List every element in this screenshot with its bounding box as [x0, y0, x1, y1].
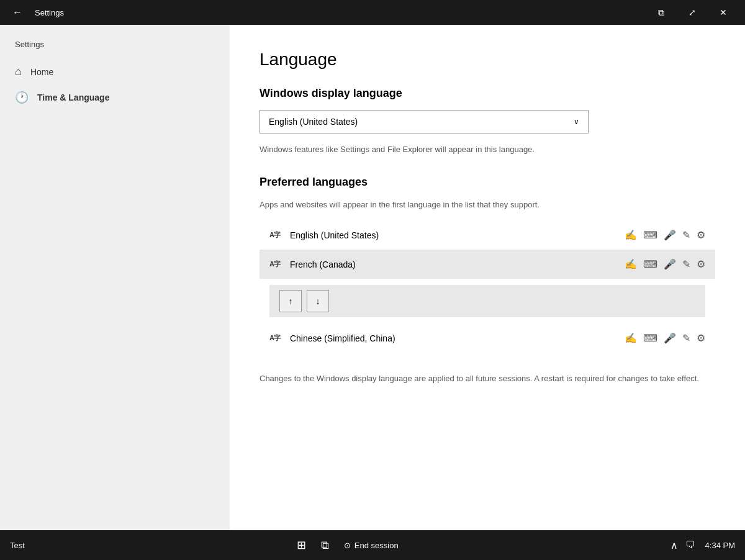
keyboard-icon-zh: ⌨ [643, 332, 657, 344]
keyboard-icon-fr: ⌨ [643, 258, 657, 270]
lang-name-english: English (United States) [290, 230, 379, 240]
lang-badges-chinese: ✍ ⌨ 🎤 ✎ ⚙ [625, 332, 705, 344]
speech-icon: 🎤 [664, 229, 676, 241]
chevron-down-icon: ∨ [574, 117, 579, 126]
content-area: Language Windows display language Englis… [230, 25, 745, 530]
language-item-french[interactable]: A字 French (Canada) ✍ ⌨ 🎤 ✎ ⚙ [260, 250, 715, 279]
page-title: Language [260, 50, 715, 70]
notification-icon[interactable]: 🗨 [685, 540, 695, 551]
handwriting-icon-fr: ✍ [625, 258, 637, 270]
lang-icon-french: A字 [269, 261, 280, 268]
taskbar: Test ⊞ ⧉ ⊙ End session ∧ 🗨 4:34 PM [0, 530, 745, 560]
lang-item-left-french: A字 French (Canada) [269, 260, 356, 269]
clock-icon: 🕐 [15, 91, 29, 104]
text-icon-zh: ✎ [682, 332, 690, 344]
language-item-english[interactable]: A字 English (United States) ✍ ⌨ 🎤 ✎ ⚙ [260, 220, 715, 250]
speech-icon-zh: 🎤 [664, 332, 676, 344]
display-language-value: English (United States) [269, 117, 358, 127]
sidebar-header: Settings [0, 35, 230, 59]
taskbar-app-label: Test [10, 541, 25, 550]
lang-name-french: French (Canada) [290, 260, 356, 269]
language-item-chinese[interactable]: A字 Chinese (Simplified, China) ✍ ⌨ 🎤 ✎ ⚙ [260, 323, 715, 353]
sidebar-item-time-language-label: Time & Language [37, 93, 109, 102]
titlebar-title: Settings [35, 8, 64, 17]
lang-icon-english: A字 [269, 232, 280, 238]
lang-badges-french: ✍ ⌨ 🎤 ✎ ⚙ [625, 258, 705, 270]
settings-icon: ⚙ [697, 229, 705, 241]
task-view-icon[interactable]: ⧉ [321, 539, 329, 552]
maximize-button[interactable]: ⤢ [678, 0, 707, 25]
display-language-dropdown-wrapper: English (United States) ∨ [260, 110, 715, 133]
lang-icon-chinese: A字 [269, 335, 280, 341]
app-body: Settings ⌂ Home 🕐 Time & Language Langua… [0, 25, 745, 530]
speech-icon-fr: 🎤 [664, 258, 676, 270]
home-icon: ⌂ [15, 65, 22, 78]
display-language-section-title: Windows display language [260, 87, 715, 100]
sidebar: Settings ⌂ Home 🕐 Time & Language [0, 25, 230, 530]
taskbar-right: ∧ 🗨 4:34 PM [670, 540, 735, 551]
back-button[interactable]: ← [7, 2, 27, 22]
titlebar: ← Settings ⧉ ⤢ ✕ [0, 0, 745, 25]
taskbar-system-icons: ∧ 🗨 [670, 540, 695, 551]
text-icon-fr: ✎ [682, 258, 690, 270]
lang-badges-english: ✍ ⌨ 🎤 ✎ ⚙ [625, 229, 705, 241]
sidebar-item-home-label: Home [30, 67, 53, 77]
snap-button[interactable]: ⧉ [647, 0, 675, 25]
sidebar-item-time-language[interactable]: 🕐 Time & Language [0, 84, 230, 111]
display-language-description: Windows features like Settings and File … [260, 143, 715, 156]
move-up-button[interactable]: ↑ [279, 290, 302, 312]
lang-item-left-chinese: A字 Chinese (Simplified, China) [269, 333, 395, 343]
chevron-up-icon[interactable]: ∧ [670, 540, 678, 551]
footer-text: Changes to the Windows display language … [260, 373, 715, 385]
handwriting-icon-zh: ✍ [625, 332, 637, 344]
lang-name-chinese: Chinese (Simplified, China) [290, 333, 395, 343]
taskbar-time: 4:34 PM [705, 541, 735, 550]
sidebar-item-home[interactable]: ⌂ Home [0, 59, 230, 84]
settings-icon-zh: ⚙ [697, 332, 705, 344]
lang-item-left-english: A字 English (United States) [269, 230, 379, 240]
titlebar-left: ← Settings [7, 2, 64, 22]
taskbar-center: ⊞ ⧉ ⊙ End session [297, 538, 399, 552]
preferred-languages-section-title: Preferred languages [260, 176, 715, 189]
text-icon: ✎ [682, 229, 690, 241]
close-button[interactable]: ✕ [709, 0, 738, 25]
settings-icon-fr: ⚙ [697, 258, 705, 270]
end-session-check-icon: ⊙ [344, 541, 351, 550]
start-menu-icon[interactable]: ⊞ [297, 538, 306, 552]
display-language-dropdown[interactable]: English (United States) ∨ [260, 110, 589, 133]
end-session-button[interactable]: ⊙ End session [344, 541, 399, 550]
end-session-label: End session [354, 541, 399, 550]
move-down-button[interactable]: ↓ [307, 290, 329, 312]
handwriting-icon: ✍ [625, 229, 637, 241]
move-buttons-container: ↑ ↓ [269, 285, 705, 317]
titlebar-controls: ⧉ ⤢ ✕ [647, 0, 738, 25]
preferred-languages-description: Apps and websites will appear in the fir… [260, 199, 715, 211]
keyboard-icon: ⌨ [643, 229, 657, 241]
